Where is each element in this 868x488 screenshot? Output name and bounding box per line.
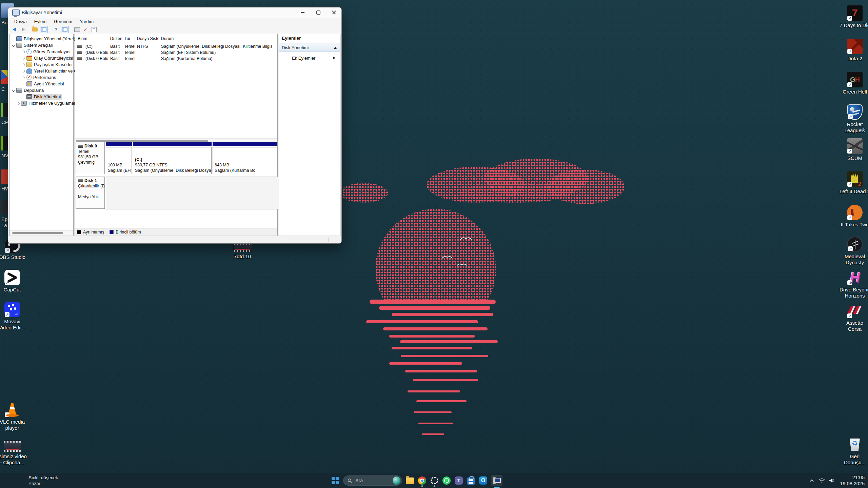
- desktop-icon-recycle-bin[interactable]: GeriDönüşü...: [847, 436, 863, 452]
- shortcut-arrow-icon: [5, 280, 9, 285]
- menu-eylem[interactable]: Eylem: [31, 18, 50, 25]
- desktop-icon-clipchamp-video[interactable]: İsimsiz video- Clipcha...: [4, 441, 21, 452]
- start-button[interactable]: [331, 476, 340, 485]
- desktop-icon-dota-2[interactable]: Dota 2: [847, 39, 863, 54]
- green-hell-icon: [847, 72, 863, 87]
- taskbar-teams[interactable]: [454, 476, 463, 485]
- taskbar-chatgpt[interactable]: [430, 476, 439, 485]
- check-button[interactable]: ✓: [82, 26, 89, 33]
- forward-button[interactable]: [19, 26, 27, 33]
- search-daily-image[interactable]: [393, 476, 400, 485]
- desktop-icon-medieval-dynasty[interactable]: MedievalDynasty: [847, 237, 863, 252]
- tree-item-storage[interactable]: Depolama: [9, 87, 73, 94]
- disk-1-media-area[interactable]: [106, 177, 278, 209]
- microsoft-store-icon: [467, 477, 475, 485]
- performance-icon: [26, 75, 32, 80]
- chevron-right-icon[interactable]: [21, 70, 26, 72]
- titlebar[interactable]: Bilgisayar Yönetimi: [8, 7, 341, 18]
- partition-c[interactable]: (C:) 930,77 GB NTFS Sağlam (Önyükleme, D…: [133, 142, 212, 174]
- back-button[interactable]: [11, 26, 18, 33]
- taskbar-microsoft-store[interactable]: [467, 476, 475, 485]
- desktop-icon-green-hell[interactable]: Green Hell: [847, 72, 863, 87]
- col-duzen[interactable]: Düzen: [108, 35, 122, 43]
- tree-item-computer-management[interactable]: Bilgisayar Yönetimi (Yerel): [9, 36, 73, 42]
- taskbar-clock[interactable]: 21:05 19.08.2025: [840, 474, 865, 487]
- file-explorer-icon: [406, 477, 414, 484]
- system-tray: 21:05 19.08.2025: [807, 473, 868, 488]
- chevron-right-icon[interactable]: [16, 102, 21, 104]
- actions-group-disk-management[interactable]: Disk Yönetimi: [279, 43, 340, 52]
- sun-reflection-ripple: [408, 390, 460, 392]
- disk-0-info-cell[interactable]: Disk 0 Temel 931,50 GB Çevrimiçi: [76, 142, 105, 174]
- menu-dosya[interactable]: Dosya: [11, 18, 30, 25]
- chevron-right-icon[interactable]: [21, 77, 26, 79]
- desktop-icon-assetto-corsa[interactable]: AssettoCorsa: [847, 303, 863, 319]
- shared-folders-icon: [26, 62, 32, 67]
- tree-item-system-tools[interactable]: Sistem Araçları: [9, 42, 73, 48]
- tree-item-shared-folders[interactable]: Paylaşılan Klasörler: [9, 61, 73, 68]
- desktop-icon-drive-beyond-horizons[interactable]: Drive BeyondHorizons: [847, 270, 863, 285]
- show-action-pane-button[interactable]: [61, 26, 69, 33]
- tree-item-disk-management[interactable]: Disk Yönetimi: [9, 94, 73, 100]
- sun-reflection-ripple: [389, 362, 462, 365]
- refresh-disk-button[interactable]: [73, 26, 81, 33]
- taskbar-whatsapp[interactable]: [442, 476, 451, 485]
- search-input[interactable]: [355, 477, 390, 484]
- chevron-right-icon[interactable]: [21, 57, 26, 59]
- col-durum[interactable]: Durum: [159, 35, 277, 43]
- maximize-button[interactable]: [311, 7, 326, 18]
- desktop-icon-7-days-to-die[interactable]: 7 Days to Die: [847, 5, 863, 21]
- tree-item-services-applications[interactable]: Hizmetler ve Uygulamalar: [9, 100, 73, 106]
- taskbar-file-explorer[interactable]: [406, 476, 414, 485]
- tree-item-performance[interactable]: Performans: [9, 74, 73, 81]
- event-viewer-icon: [26, 56, 32, 61]
- tree-item-device-manager[interactable]: Aygıt Yöneticisi: [9, 81, 73, 87]
- col-dosya-sistemi[interactable]: Dosya Sistemi: [135, 35, 159, 43]
- taskbar-search-box[interactable]: [343, 475, 402, 486]
- menu-gorunum[interactable]: Görünüm: [51, 18, 76, 25]
- menu-yardim[interactable]: Yardım: [76, 18, 97, 25]
- disk-1-info-cell[interactable]: Disk 1 Çıkarılabilir (D:) Medya Yok: [76, 177, 105, 209]
- close-button[interactable]: [326, 7, 341, 18]
- minimize-button[interactable]: [295, 7, 310, 18]
- taskbar-chrome[interactable]: [418, 476, 427, 485]
- taskbar-outlook[interactable]: [479, 476, 488, 485]
- partition-recovery[interactable]: 643 MB Sağlam (Kurtarma Bö: [213, 142, 277, 174]
- disk-management-pane: Birim Düzen Tür Dosya Sistemi Durum (C:)…: [75, 34, 278, 236]
- desktop-icon-left-4-dead-2[interactable]: Left 4 Dead 2: [847, 171, 863, 187]
- volume-indicator[interactable]: [827, 475, 837, 486]
- desktop-icon-capcut[interactable]: CapCut: [4, 270, 20, 285]
- chevron-down-icon[interactable]: [11, 44, 16, 46]
- desktop-icon-vlc[interactable]: VLC mediaplayer: [4, 402, 20, 418]
- chevron-right-icon[interactable]: [21, 51, 26, 53]
- tree-item-local-users[interactable]: Yerel Kullanıcılar ve Gru: [9, 68, 73, 74]
- chevron-up-icon: [809, 479, 814, 482]
- col-tur[interactable]: Tür: [122, 35, 135, 43]
- desktop-icon-it-takes-two[interactable]: It Takes Two: [847, 205, 863, 220]
- chevron-down-icon[interactable]: [11, 89, 16, 92]
- hidden-icons-chevron[interactable]: [807, 475, 817, 486]
- tree-item-task-scheduler[interactable]: Görev Zamanlayıcı: [9, 48, 73, 55]
- tree-item-event-viewer[interactable]: Olay Görüntüleyicisi: [9, 55, 73, 61]
- properties-list-button[interactable]: [90, 26, 98, 33]
- taskbar-computer-management-active[interactable]: [491, 475, 502, 486]
- bird-icon: [458, 237, 473, 241]
- volume-row-disk0-part1[interactable]: (Disk 0 Bölüm 1) Basit Temel Sağlam (EFI…: [75, 49, 277, 56]
- taskbar-weather-widget[interactable]: Sıckl. düşecek Pazar: [28, 475, 58, 486]
- desktop-icon-movavi[interactable]: MovaviVideo Edit...: [4, 302, 20, 317]
- desktop-icon-scum[interactable]: SCUM: [847, 138, 863, 154]
- actions-item-ek-eylemler[interactable]: Ek Eylemler: [279, 54, 340, 62]
- show-console-tree-button[interactable]: [40, 26, 48, 33]
- desktop-icon-rocket-league[interactable]: RocketLeague®: [847, 104, 863, 120]
- partition-efi[interactable]: 100 MB Sağlam (EFI Si: [106, 142, 132, 174]
- wifi-indicator[interactable]: [817, 475, 827, 486]
- chevron-right-icon[interactable]: [21, 64, 26, 66]
- help-button[interactable]: ?: [52, 26, 60, 33]
- chatgpt-icon: [431, 477, 438, 484]
- up-one-level-button[interactable]: [31, 26, 39, 33]
- desktop-icon-7dtd-video[interactable]: 7dtd 10: [233, 243, 252, 252]
- tree-horizontal-scrollbar[interactable]: [9, 230, 73, 236]
- col-birim[interactable]: Birim: [75, 35, 108, 43]
- volume-row-disk0-part4[interactable]: (Disk 0 Bölüm 4) Basit Temel Sağlam (Kur…: [75, 56, 277, 62]
- volume-row-c[interactable]: (C:) Basit Temel NTFS Sağlam (Önyükleme,…: [75, 43, 277, 49]
